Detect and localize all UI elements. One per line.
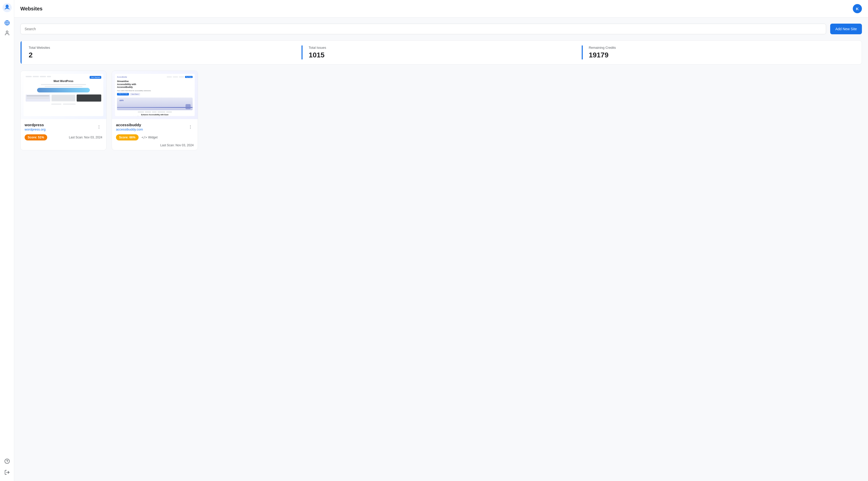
sidebar-item-help[interactable] — [3, 457, 12, 466]
last-scan-accessibuddy: Last Scan: Nov 03, 2024 — [160, 144, 194, 147]
site-card-wordpress[interactable]: Get Started Meet WordPress — [20, 70, 106, 150]
site-card-accessibuddy[interactable]: AccessBuddy Try Free StreamlineAccessibi… — [112, 70, 198, 150]
app-logo[interactable] — [3, 3, 12, 12]
sites-grid: Get Started Meet WordPress — [20, 70, 862, 150]
site-thumbnail-accessibuddy: AccessBuddy Try Free StreamlineAccessibi… — [112, 71, 198, 119]
ab-nav-badge: Try Free — [185, 76, 193, 78]
widget-badge-accessibuddy: </> Widget — [142, 136, 158, 139]
widget-label: Widget — [148, 136, 157, 139]
ab-logo-1 — [138, 111, 144, 113]
sidebar-bottom — [3, 457, 12, 478]
search-input[interactable] — [20, 24, 826, 34]
stat-label-issues: Total Issues — [309, 46, 575, 50]
wp-mock-content: Get Started Meet WordPress — [24, 74, 103, 116]
ab-mock-sub: Your code's best friend for accessibilit… — [117, 90, 193, 91]
ab-mock-title: StreamlineAccessibility withAccessiBuddy — [117, 80, 193, 89]
wp-mock-bar — [41, 84, 86, 85]
last-scan-wordpress: Last Scan: Nov 03, 2024 — [69, 136, 102, 139]
wp-mock-title: Meet WordPress — [26, 80, 101, 83]
svg-point-9 — [99, 125, 99, 126]
site-url-wordpress[interactable]: wordpress.org — [25, 127, 45, 131]
site-name-group-wordpress: wordpress wordpress.org — [25, 123, 45, 131]
wp-grid-1 — [26, 94, 50, 101]
ab-mock-content: AccessBuddy Try Free StreamlineAccessibi… — [115, 74, 195, 116]
main-content: Websites K Add New Site Total Websites 2… — [14, 0, 868, 481]
ab-logo-2 — [145, 111, 151, 113]
score-badge-accessibuddy: Score: 66% — [116, 134, 138, 141]
site-url-accessibuddy[interactable]: accessibuddy.com — [116, 127, 143, 131]
wp-bottom-links — [26, 103, 101, 104]
site-name-wordpress: wordpress — [25, 123, 45, 127]
wp-grid-2 — [51, 94, 76, 101]
ab-chart-line — [117, 107, 193, 108]
site-name-row-wordpress: wordpress wordpress.org — [25, 123, 102, 131]
wp-nav-1 — [26, 76, 32, 77]
site-name-accessibuddy: accessibuddy — [116, 123, 143, 127]
svg-point-2 — [6, 5, 8, 6]
ab-chart-value: £870 — [120, 99, 124, 101]
svg-point-10 — [99, 127, 99, 127]
svg-point-13 — [190, 127, 191, 127]
ab-nav-2 — [173, 77, 178, 78]
wp-nav-3 — [40, 76, 46, 77]
sidebar-item-profile[interactable] — [3, 28, 12, 38]
wp-nav-4 — [47, 76, 51, 77]
stat-remaining-credits: Remaining Credits 19179 — [582, 41, 862, 64]
ab-chart-marker — [186, 104, 191, 109]
ab-nav-3 — [179, 77, 184, 78]
site-name-row-accessibuddy: accessibuddy accessibuddy.com — [116, 123, 194, 131]
stat-value-credits: 19179 — [589, 51, 855, 59]
wp-link-1 — [51, 103, 61, 104]
ab-mock-tagline: Enhance Accessibility with Ease — [117, 114, 193, 116]
ab-mock-btns: Start for Free See Plans — [117, 93, 193, 95]
site-info-wordpress: wordpress wordpress.org — [21, 119, 106, 131]
ab-btn-1: Start for Free — [117, 93, 129, 95]
wp-link-2 — [63, 103, 75, 104]
stats-row: Total Websites 2 Total Issues 1015 Remai… — [20, 40, 862, 64]
site-footer-wordpress: Score: 51% Last Scan: Nov 03, 2024 — [21, 131, 106, 144]
svg-point-5 — [6, 31, 8, 33]
ab-mock-chart: £870 — [117, 97, 193, 110]
ab-logo-3 — [152, 111, 157, 113]
content-area: Add New Site Total Websites 2 Total Issu… — [14, 18, 868, 481]
page-title: Websites — [20, 6, 42, 12]
score-badge-wordpress: Score: 51% — [25, 134, 47, 141]
wp-mock-brush — [37, 88, 90, 92]
more-options-wordpress[interactable] — [96, 124, 102, 130]
svg-point-11 — [99, 128, 99, 128]
widget-code-icon: </> — [142, 136, 147, 139]
add-new-site-button[interactable]: Add New Site — [830, 24, 862, 34]
site-name-group-accessibuddy: accessibuddy accessibuddy.com — [116, 123, 143, 131]
sidebar-item-logout[interactable] — [3, 468, 12, 477]
stat-value-issues: 1015 — [309, 51, 575, 59]
site-thumbnail-wordpress: Get Started Meet WordPress — [21, 71, 106, 119]
svg-point-14 — [190, 128, 191, 128]
site-footer-accessibuddy: Score: 66% </> Widget Last Scan: Nov 03,… — [112, 131, 198, 150]
stat-total-issues: Total Issues 1015 — [302, 41, 582, 64]
ab-nav-1 — [167, 77, 172, 78]
ab-mock-tagline-sub: AccessiBuddy empowers your team with aut… — [117, 116, 193, 116]
wp-mock-grid — [26, 94, 101, 101]
site-info-accessibuddy: accessibuddy accessibuddy.com — [112, 119, 198, 131]
page-header: Websites K — [14, 0, 868, 18]
wp-nav-2 — [33, 76, 39, 77]
stat-total-websites: Total Websites 2 — [21, 41, 302, 64]
ab-btn-2: See Plans — [130, 93, 140, 95]
stat-value-websites: 2 — [29, 51, 294, 59]
user-avatar[interactable]: K — [853, 4, 862, 13]
search-row: Add New Site — [20, 24, 862, 34]
wp-mock-bar2 — [45, 86, 83, 87]
stat-label-websites: Total Websites — [29, 46, 294, 50]
sidebar — [0, 0, 14, 481]
ab-mock-logo: AccessBuddy — [117, 76, 127, 78]
ab-mock-partner-logos — [117, 111, 193, 113]
ab-mock-nav: AccessBuddy Try Free — [117, 76, 193, 78]
ab-logo-4 — [158, 111, 165, 113]
stat-label-credits: Remaining Credits — [589, 46, 855, 50]
sidebar-item-websites[interactable] — [3, 18, 12, 27]
ab-logo-5 — [166, 111, 172, 113]
wp-mock-badge: Get Started — [90, 76, 101, 79]
svg-point-12 — [190, 125, 191, 126]
more-options-accessibuddy[interactable] — [187, 124, 194, 130]
wp-grid-3 — [76, 94, 101, 101]
